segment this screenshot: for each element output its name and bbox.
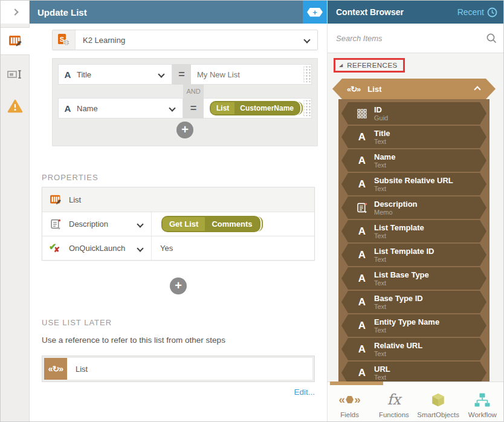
toolbar-tab-label: SmartObjects [417, 411, 459, 418]
recent-label: Recent [457, 7, 484, 17]
property-value[interactable]: Yes [151, 236, 314, 260]
smartobject-icon: S [57, 33, 71, 47]
drag-handle[interactable] [303, 67, 311, 82]
add-condition-button[interactable]: + [176, 122, 193, 138]
list-edit-icon [50, 194, 62, 206]
reference-field-item[interactable]: ID Guid [341, 102, 486, 125]
text-field-icon: A [354, 343, 370, 355]
conjunction-row: AND [58, 85, 312, 98]
reference-field-item[interactable]: A List Base Type Text [341, 267, 486, 290]
properties-card: List Description [42, 187, 315, 261]
sidebar-tab-rename[interactable] [1, 62, 29, 86]
field-label: Description [374, 200, 418, 209]
reference-field-item[interactable]: A Title Text [341, 126, 486, 148]
field-label: Base Type ID [374, 294, 423, 303]
search-bar [328, 24, 504, 53]
property-row-description: Description Get List Comments [42, 212, 314, 236]
drag-handle[interactable] [303, 100, 311, 116]
chevron-down-icon [297, 37, 317, 42]
text-field-icon: A [354, 155, 370, 167]
sidebar-expand-button[interactable] [1, 1, 29, 24]
field-type: Text [374, 279, 429, 287]
add-field-button[interactable]: + [303, 1, 327, 24]
property-value-text: Yes [155, 244, 173, 253]
field-token[interactable]: Get List Comments [161, 216, 260, 232]
field-type: Guid [374, 114, 388, 122]
field-label: List Base Type [374, 270, 429, 279]
edit-link[interactable]: Edit... [42, 388, 315, 397]
reference-field-item[interactable]: Description Memo [341, 196, 486, 219]
condition-field-dropdown[interactable]: A Title [58, 64, 172, 85]
field-type: Text [374, 303, 423, 311]
condition-field-label: Name [77, 104, 162, 113]
reference-field-item[interactable]: A URL Text [341, 362, 486, 381]
fields-icon: «» [339, 393, 361, 406]
boolean-icon: ✔✘ [49, 242, 62, 255]
reference-field-item[interactable]: A Entity Type Name Text [341, 314, 486, 337]
chevron-down-icon [162, 106, 183, 111]
property-row-list: List [42, 187, 314, 212]
toolbar-tab-workflow[interactable]: Workflow [460, 382, 504, 422]
field-label: Entity Type Name [374, 317, 439, 326]
use-list-later-description: Use a reference to refer to this list fr… [42, 336, 225, 345]
reference-field-item[interactable]: A Subsite Relative URL Text [341, 173, 486, 195]
field-label: URL [374, 365, 390, 374]
sidebar-tab-warnings[interactable] [1, 94, 29, 118]
references-area: ◢ REFERENCES «↻» List [328, 53, 504, 381]
field-label: ID [374, 105, 388, 114]
smartobject-name: K2 Learning [76, 36, 297, 45]
property-dropdown-chevron[interactable] [129, 222, 151, 227]
reference-field-item[interactable]: A Relative URL Text [341, 338, 486, 360]
condition-field-dropdown[interactable]: A Name [58, 98, 183, 118]
equals-operator: = [190, 102, 197, 115]
reference-field-item[interactable]: A Base Type ID Text [341, 291, 486, 313]
token-field: CustomerName [234, 102, 299, 114]
references-section-toggle[interactable]: ◢ REFERENCES [334, 58, 405, 73]
conditions-card: A Title = AND [52, 58, 318, 146]
section-expander-icon: ◢ [339, 63, 343, 67]
condition-row: A Title = [58, 64, 312, 85]
toolbar-tab-fields[interactable]: «» Fields [328, 382, 372, 422]
text-field-icon: A [59, 70, 77, 80]
clock-icon [487, 7, 497, 18]
equals-operator: = [178, 68, 185, 81]
search-input[interactable] [336, 34, 486, 43]
toolbar-tab-smartobjects[interactable]: SmartObjects [416, 382, 460, 422]
field-label: List Template [374, 223, 424, 232]
property-value[interactable]: Get List Comments [151, 212, 314, 236]
condition-field-label: Title [77, 70, 151, 79]
add-property-button[interactable]: + [170, 278, 187, 294]
chevron-up-icon [475, 83, 480, 94]
step-config-panel: Update List + S K2 Learning [30, 1, 327, 422]
field-token[interactable]: List CustomerName [210, 101, 300, 115]
reference-field-item[interactable]: A List Template Text [341, 220, 486, 242]
memo-icon [50, 218, 62, 230]
chevron-down-icon [151, 72, 172, 77]
toolbar-tab-label: Workflow [468, 411, 497, 418]
property-label: OnQuickLaunch [69, 244, 129, 253]
search-icon[interactable] [486, 33, 497, 44]
text-field-icon: A [354, 320, 370, 332]
condition-value-input[interactable] [191, 70, 303, 79]
text-field-icon: A [354, 296, 370, 308]
reference-field-item[interactable]: A List Template ID Text [341, 244, 486, 266]
sidebar-tab-step-config[interactable] [1, 27, 30, 55]
reference-icon: «↻» [347, 85, 360, 94]
step-body: S K2 Learning A Title = [30, 24, 327, 422]
reference-row: «↻» List [42, 355, 315, 382]
context-browser-toolbar: «» Fields fx Functions SmartObje [328, 381, 504, 422]
field-label: Subsite Relative URL [374, 176, 453, 185]
text-field-icon: A [354, 249, 370, 261]
toolbar-tab-functions[interactable]: fx Functions [372, 382, 416, 422]
conjunction-label: AND [183, 85, 204, 98]
smartobject-selector[interactable]: S K2 Learning [52, 30, 318, 50]
recent-button[interactable]: Recent [457, 7, 497, 18]
toolbar-tab-label: Functions [379, 411, 409, 418]
property-dropdown-chevron[interactable] [129, 246, 151, 251]
reference-group-header[interactable]: «↻» List [332, 79, 496, 99]
memo-icon [354, 202, 370, 213]
field-label: Name [374, 152, 395, 161]
field-label: Title [374, 129, 390, 138]
reference-field-item[interactable]: A Name Text [341, 149, 486, 172]
text-field-icon: A [354, 226, 370, 238]
